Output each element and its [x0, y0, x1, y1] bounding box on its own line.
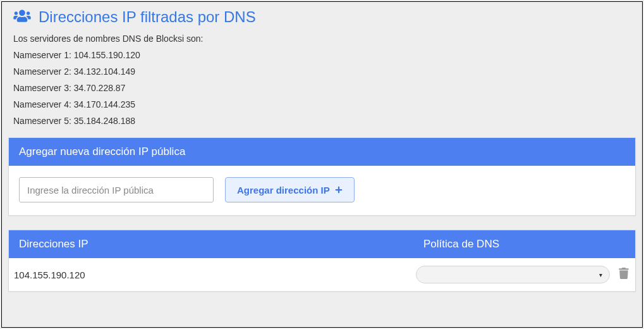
- nameserver-line: Nameserver 1: 104.155.190.120: [8, 50, 636, 60]
- nameserver-line: Nameserver 3: 34.70.228.87: [8, 83, 636, 93]
- nameserver-line: Nameserver 2: 34.132.104.149: [8, 66, 636, 77]
- ip-table-panel: Direcciones IP Política de DNS 104.155.1…: [8, 230, 636, 292]
- trash-icon[interactable]: [619, 268, 629, 282]
- add-ip-button-label: Agregar dirección IP: [237, 185, 330, 196]
- table-header-ip: Direcciones IP: [19, 238, 423, 251]
- policy-select[interactable]: [416, 266, 610, 283]
- nameserver-line: Nameserver 5: 35.184.248.188: [8, 116, 636, 126]
- ip-input[interactable]: [19, 177, 214, 202]
- add-ip-panel: Agregar nueva dirección IP pública Agreg…: [8, 137, 636, 216]
- add-ip-panel-title: Agregar nueva dirección IP pública: [9, 138, 635, 166]
- table-header-policy: Política de DNS: [423, 238, 625, 251]
- page-title: Direcciones IP filtradas por DNS: [39, 8, 256, 26]
- users-icon: [13, 9, 31, 25]
- intro-text: Los servidores de nombres DNS de Blocksi…: [8, 34, 636, 44]
- nameserver-line: Nameserver 4: 34.170.144.235: [8, 99, 636, 109]
- plus-icon: [335, 185, 343, 196]
- cell-ip: 104.155.190.120: [14, 270, 416, 280]
- add-ip-button[interactable]: Agregar dirección IP: [225, 177, 355, 202]
- table-row: 104.155.190.120 ▾: [9, 258, 635, 291]
